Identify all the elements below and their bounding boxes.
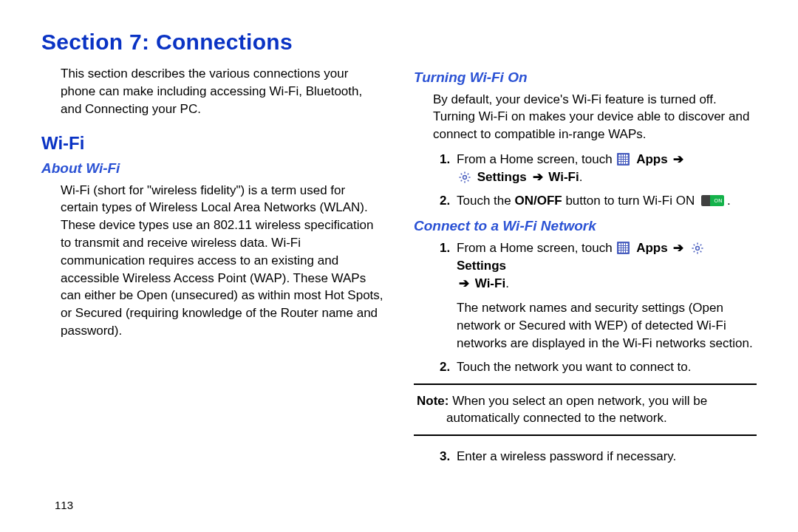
manual-page: Section 7: Connections This section desc… [0, 0, 798, 532]
about-wifi-paragraph: Wi-Fi (short for "wireless fidelity") is… [61, 182, 384, 340]
arrow-icon: ➔ [457, 276, 471, 290]
period: . [727, 194, 731, 208]
step-followup: The network names and security settings … [457, 299, 757, 352]
apps-icon [617, 153, 630, 166]
left-column: This section describes the various conne… [41, 65, 384, 473]
step-2: Touch the ON/OFF button to turn Wi-Fi ON… [454, 192, 757, 210]
note-block: Note: When you select an open network, y… [414, 383, 757, 437]
apps-label: Apps [636, 152, 668, 166]
step-text: Touch the [457, 194, 514, 208]
settings-icon [691, 242, 704, 255]
svg-point-0 [463, 175, 467, 179]
step-text: button to turn Wi-Fi ON [562, 194, 698, 208]
connect-steps-part1: From a Home screen, touch Apps ➔ Setting… [414, 239, 757, 376]
section-title: Section 7: Connections [41, 30, 757, 55]
step-1: From a Home screen, touch Apps ➔ Setting… [454, 151, 757, 186]
period: . [505, 276, 509, 290]
arrow-icon: ➔ [671, 152, 686, 166]
step-text: From a Home screen, touch [457, 152, 615, 166]
note-text: Note: When you select an open network, y… [446, 392, 754, 428]
heading-wifi: Wi-Fi [41, 131, 384, 156]
onoff-label: ON/OFF [514, 194, 562, 208]
step-1: From a Home screen, touch Apps ➔ Setting… [454, 239, 757, 352]
intro-paragraph: This section describes the various conne… [61, 65, 384, 117]
subheading-about-wifi: About Wi-Fi [41, 159, 384, 179]
two-column-layout: This section describes the various conne… [41, 65, 757, 473]
note-label: Note: [417, 394, 449, 408]
connect-steps-part2: Enter a wireless password if necessary. [414, 448, 757, 466]
subheading-connect-wifi-network: Connect to a Wi-Fi Network [414, 216, 757, 236]
turning-on-steps: From a Home screen, touch Apps ➔ Setting… [414, 151, 757, 209]
right-column: Turning Wi-Fi On By default, your device… [414, 65, 757, 473]
settings-label: Settings [457, 259, 506, 273]
wifi-label: Wi-Fi [475, 276, 505, 290]
toggle-on-icon [701, 195, 724, 206]
wifi-label: Wi-Fi [548, 170, 579, 184]
arrow-icon: ➔ [531, 170, 545, 184]
settings-icon [458, 171, 471, 184]
page-number: 113 [55, 499, 73, 511]
step-2: Touch the network you want to connect to… [454, 358, 757, 376]
apps-label: Apps [636, 241, 668, 255]
settings-label: Settings [477, 170, 527, 184]
step-3: Enter a wireless password if necessary. [454, 448, 757, 466]
step-text: From a Home screen, touch [457, 241, 615, 255]
apps-icon [617, 242, 630, 254]
note-body: When you select an open network, you wil… [446, 394, 707, 426]
arrow-icon: ➔ [671, 241, 686, 255]
turning-on-paragraph: By default, your device's Wi-Fi feature … [433, 91, 757, 143]
svg-point-1 [696, 247, 700, 250]
period: . [579, 170, 583, 184]
subheading-turning-wifi-on: Turning Wi-Fi On [414, 68, 757, 88]
